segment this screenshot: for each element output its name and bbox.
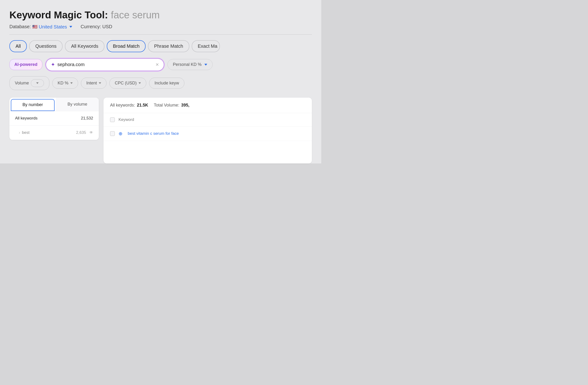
left-panel: By number By volume All keywords 21,532 … [9,98,99,140]
page-title: Keyword Magic Tool: [9,9,108,21]
intent-filter-button[interactable]: Intent [81,78,106,89]
chevron-right-icon: › [19,130,20,135]
flag-icon: 🇺🇸 [32,24,37,29]
database-label: Database: 🇺🇸 United States [9,24,72,30]
row-checkbox[interactable] [110,131,115,136]
right-panel: All keywords: 21.5K Total Volume: 395, K… [104,98,312,163]
tab-questions[interactable]: Questions [29,40,63,52]
table-row: ⊕ best vitamin c serum for face [104,127,312,141]
title-row: Keyword Magic Tool: face serum [9,9,312,21]
kd-chevron-icon [70,82,73,84]
item-count: 2,635 [76,130,86,135]
cpc-filter-button[interactable]: CPC (USD) [109,78,146,89]
search-value: sephora.com [57,62,153,67]
meta-row: Database: 🇺🇸 United States Currency: USD [9,24,312,30]
filter-buttons-row: Volume KD % Intent CPC (USD) Include key… [9,76,312,90]
include-keywords-button[interactable]: Include keyw [149,78,184,89]
by-number-tab[interactable]: By number [11,99,55,111]
cpc-chevron-icon [139,82,141,84]
search-box[interactable]: ✦ sephora.com ✕ [46,59,164,71]
tabs-row: All Questions All Keywords Broad Match P… [9,40,312,52]
total-volume: 395, [181,103,189,108]
total-count: 21.5K [137,103,148,108]
page-container: Keyword Magic Tool: face serum Database:… [0,0,321,163]
tab-exact-match[interactable]: Exact Ma [192,40,220,52]
personal-kd-chevron-icon [204,64,207,66]
kd-filter-button[interactable]: KD % [52,78,78,89]
clear-icon[interactable]: ✕ [155,62,159,67]
personal-kd-label: Personal KD % [173,62,202,67]
summary-label: All keywords: [110,103,135,108]
database-selector[interactable]: 🇺🇸 United States [32,24,72,30]
keyword-column-header: Keyword [119,117,134,122]
volume-chevron-icon [31,79,44,87]
by-volume-tab[interactable]: By volume [56,98,99,111]
table-header-row: Keyword [104,113,312,127]
search-query: face serum [111,9,160,21]
item-label: best [22,130,29,135]
content-area: By number By volume All keywords 21,532 … [9,98,312,163]
list-item[interactable]: All keywords 21,532 [9,111,99,126]
tab-broad-match[interactable]: Broad Match [107,40,146,52]
item-count: 21,532 [81,116,93,121]
tab-all[interactable]: All [9,40,27,52]
tab-all-keywords[interactable]: All Keywords [65,40,105,52]
database-chevron-icon [69,26,72,28]
volume-filter-button[interactable]: Volume [9,76,49,90]
list-item[interactable]: › best 2,635 👁 [9,126,99,140]
right-panel-header: All keywords: 21.5K Total Volume: 395, [104,98,312,113]
intent-chevron-icon [99,82,101,84]
tab-phrase-match[interactable]: Phrase Match [148,40,189,52]
add-keyword-icon[interactable]: ⊕ [119,131,123,136]
by-tabs: By number By volume [9,98,99,111]
header: Keyword Magic Tool: face serum Database:… [9,9,312,30]
currency-label: Currency: USD [81,24,112,29]
header-divider [9,34,312,35]
select-all-checkbox[interactable] [110,117,115,122]
personal-kd-button[interactable]: Personal KD % [168,59,213,70]
filter-row: AI-powered ✦ sephora.com ✕ Personal KD % [9,59,312,71]
ai-badge: AI-powered [9,59,42,70]
keyword-group-list: All keywords 21,532 › best 2,635 👁 [9,111,99,140]
eye-icon[interactable]: 👁 [89,130,93,135]
keyword-link[interactable]: best vitamin c serum for face [128,131,179,136]
total-volume-label: Total Volume: [154,103,179,108]
item-label: All keywords [15,116,37,121]
sparkle-icon: ✦ [51,62,55,68]
